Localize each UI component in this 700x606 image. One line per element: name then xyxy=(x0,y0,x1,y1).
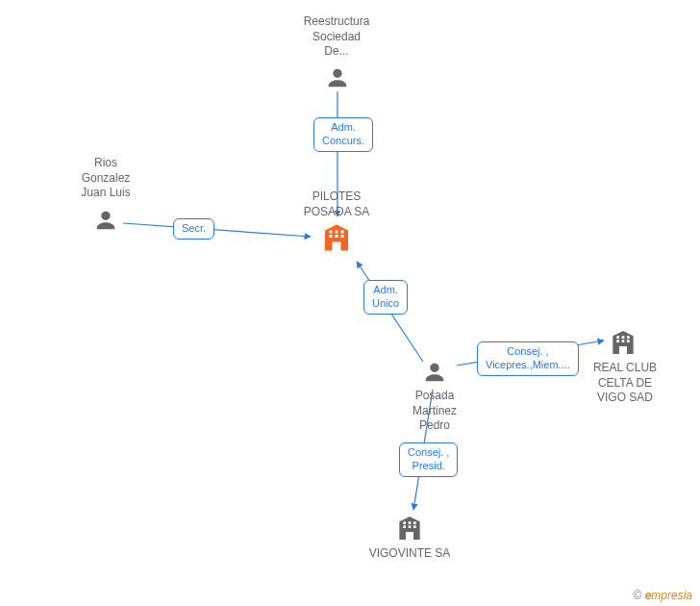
person-icon[interactable] xyxy=(324,64,351,95)
node-label-vigovinte[interactable]: VIGOVINTE SA xyxy=(362,546,458,562)
footer-copyright: © empresia xyxy=(633,589,692,602)
node-label-rios[interactable]: Rios Gonzalez Juan Luis xyxy=(58,156,154,201)
person-icon[interactable] xyxy=(92,207,119,238)
node-label-reestructura[interactable]: Reestructura Sociedad De... xyxy=(288,14,385,60)
node-label-pilotes[interactable]: PILOTES POSADA SA xyxy=(288,189,385,219)
copyright-symbol: © xyxy=(633,589,641,602)
building-icon-primary[interactable] xyxy=(319,220,354,259)
brand-logo: empresia xyxy=(645,589,692,602)
edge-rios-pilotes xyxy=(123,223,311,237)
node-label-posada-martinez[interactable]: Posada Martinez Pedro xyxy=(387,389,483,434)
person-icon[interactable] xyxy=(421,359,448,390)
edge-label-secr[interactable]: Secr. xyxy=(173,218,214,240)
edge-label-adm-concurs[interactable]: Adm. Concurs. xyxy=(313,117,373,152)
edge-label-adm-unico[interactable]: Adm. Unico xyxy=(363,280,408,315)
building-icon[interactable] xyxy=(394,513,425,547)
node-label-realclub[interactable]: REAL CLUB CELTA DE VIGO SAD xyxy=(577,361,673,406)
edge-label-consej-vicepres[interactable]: Consej. , Vicepres.,Miem.... xyxy=(477,341,579,376)
edge-label-consej-presid[interactable]: Consej. , Presid. xyxy=(399,442,458,477)
building-icon[interactable] xyxy=(608,327,638,362)
